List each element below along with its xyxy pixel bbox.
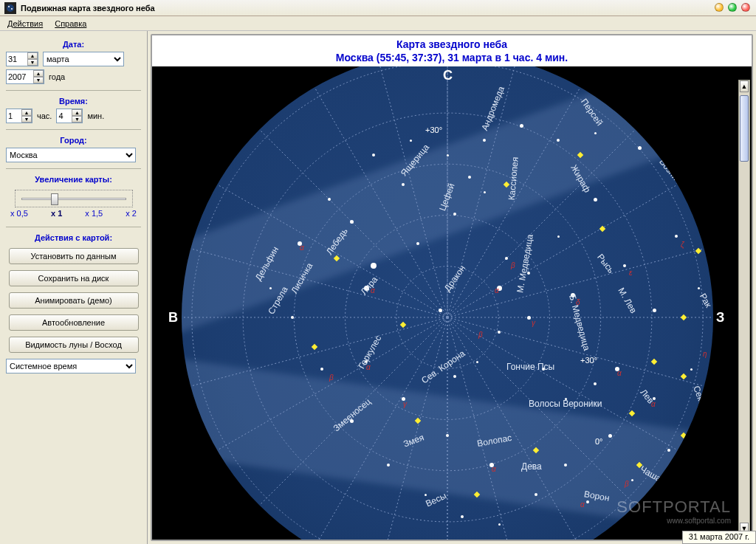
star [631,479,633,481]
minute-spinner[interactable]: ▲▼ [56,109,83,123]
star [453,375,456,378]
title-bar: Подвижная карта звездного неба [0,0,756,16]
scroll-up-icon[interactable]: ▲ [740,80,749,92]
moon-visibility-button[interactable]: Видимость луны / Восход [9,337,139,353]
star [410,140,412,142]
hour-spinner[interactable]: ▲▼ [6,109,32,123]
star-greek-label: α [366,363,371,371]
actions-label: Действия с картой: [6,233,141,242]
svg-line-24 [217,317,447,450]
star [505,257,508,260]
star [698,287,700,289]
star-greek-label: β [625,480,629,488]
star-greek-label: β [329,373,334,382]
auto-update-button[interactable]: Автообновление [9,314,139,331]
star-greek-label: ε [629,269,632,277]
day-up-icon[interactable]: ▲ [27,52,38,59]
star-greek-label: α [651,400,656,408]
day-input[interactable] [7,52,27,66]
animate-demo-button[interactable]: Анимировать (демо) [9,292,139,309]
star [476,361,478,363]
star [653,309,656,312]
year-input[interactable] [7,70,33,83]
minute-suffix: мин. [87,111,104,120]
svg-point-0 [7,4,14,12]
star-greek-label: γ [403,400,407,408]
degree-label: +30° [580,356,597,365]
constellation-label: Волосы Вероники [529,399,602,409]
svg-line-31 [379,66,447,317]
degree-label: +30° [425,125,442,134]
city-select[interactable]: Москва [6,148,136,162]
star-greek-label: α [495,286,499,295]
star-greek-label: α [492,465,496,473]
star [527,316,531,320]
compass-n: С [443,68,453,83]
svg-line-12 [447,185,678,317]
day-down-icon[interactable]: ▼ [27,59,38,66]
star [371,263,377,269]
map-subtitle: Москва (55:45, 37:37), 31 марта в 1 час.… [152,52,752,66]
svg-line-18 [447,317,580,540]
star [557,139,560,142]
maximize-icon[interactable] [728,3,737,12]
year-spinner[interactable]: ▲▼ [6,69,44,84]
zoom-thumb[interactable] [51,193,58,205]
zoom-option[interactable]: x 0,5 [10,209,28,218]
vertical-scrollbar[interactable]: ▲ ▼ [738,80,750,535]
constellation-label: Гидра [701,442,713,469]
star-greek-label: γ [532,319,535,327]
year-down-icon[interactable]: ▼ [33,77,44,83]
star [372,154,375,156]
star [425,494,427,496]
svg-line-30 [315,87,447,317]
star [439,309,442,312]
zoom-slider[interactable] [15,190,133,207]
constellation-label: Близнецы [709,227,713,269]
star [690,368,693,371]
star [328,198,331,201]
year-up-icon[interactable]: ▲ [33,70,44,77]
scroll-thumb[interactable] [740,95,749,162]
minute-input[interactable] [57,109,72,123]
star-map[interactable]: АндромедаПерсейЯщерицаЦефейКассиопеяЖира… [152,66,752,540]
set-by-data-button[interactable]: Установить по данным [9,248,139,264]
minute-down-icon[interactable]: ▼ [72,116,82,123]
minute-up-icon[interactable]: ▲ [72,109,82,116]
hour-input[interactable] [7,109,21,123]
star-greek-label: α [371,286,375,295]
main-panel: Карта звездного неба Москва (55:45, 37:3… [151,34,753,541]
time-mode-select[interactable]: Системное время [6,359,136,373]
svg-line-10 [447,87,580,317]
zoom-option[interactable]: x 1,5 [85,209,103,218]
zoom-option[interactable]: x 2 [126,209,137,218]
month-select[interactable]: марта [43,52,124,66]
star [291,316,294,319]
star [453,213,456,216]
menu-actions[interactable]: Действия [7,19,43,28]
constellation-label: Гончие Псы [506,362,554,372]
svg-line-27 [190,249,447,317]
star-greek-label: ζ [681,241,684,249]
star-greek-label: α [300,244,304,252]
day-spinner[interactable]: ▲▼ [6,52,38,66]
star [483,139,486,142]
status-date: 31 марта 2007 г. [689,532,749,541]
sky-disc: АндромедаПерсейЯщерицаЦефейКассиопеяЖира… [182,66,713,540]
star [402,183,405,186]
zoom-option[interactable]: x 1 [51,209,62,218]
app-icon [4,2,16,14]
star [564,464,567,466]
close-icon[interactable] [741,3,750,12]
star [675,176,678,179]
star [594,198,597,202]
save-to-disk-button[interactable]: Сохранить на диск [9,270,139,286]
sidebar: Дата: ▲▼ марта ▲▼ года Время: ▲▼ час. [0,31,148,544]
svg-point-1 [8,6,10,7]
svg-line-17 [447,317,636,506]
minimize-icon[interactable] [715,3,724,12]
menu-help[interactable]: Справка [55,19,86,28]
hour-down-icon[interactable]: ▼ [21,116,32,123]
hour-suffix: час. [37,111,52,120]
hour-up-icon[interactable]: ▲ [21,109,32,116]
